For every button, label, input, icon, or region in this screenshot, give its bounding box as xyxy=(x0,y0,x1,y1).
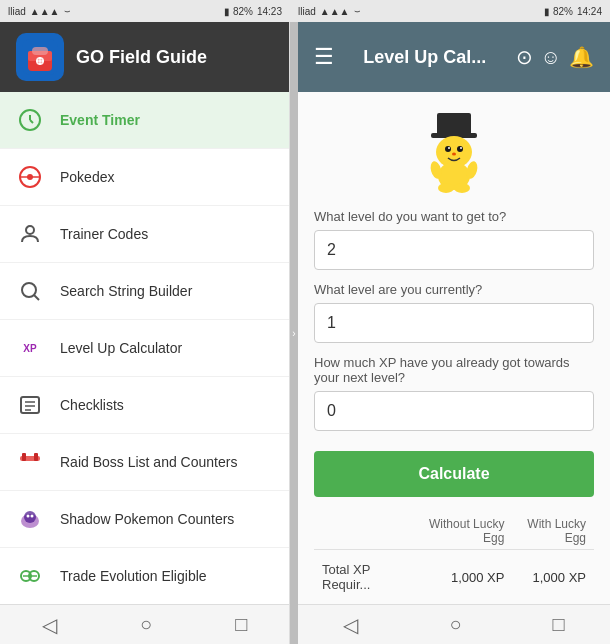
sidebar-header: GO Field Guide xyxy=(0,22,289,92)
sidebar-item-checklists[interactable]: Checklists xyxy=(0,377,289,434)
svg-point-14 xyxy=(22,283,36,297)
wifi-icon-left: ⌣ xyxy=(64,5,71,17)
xp-icon: XP xyxy=(16,334,44,362)
right-content: What level do you want to get to? What l… xyxy=(298,92,610,604)
target-level-input[interactable] xyxy=(314,230,594,270)
mascot-image xyxy=(419,108,489,193)
pokedex-icon xyxy=(16,163,44,191)
sidebar-label-raid-boss: Raid Boss List and Counters xyxy=(60,454,237,470)
current-level-input[interactable] xyxy=(314,303,594,343)
calculate-button[interactable]: Calculate xyxy=(314,451,594,497)
svg-point-45 xyxy=(452,153,456,156)
svg-point-41 xyxy=(445,146,451,152)
svg-point-44 xyxy=(460,147,462,149)
current-xp-label: How much XP have you already got towards… xyxy=(314,355,594,385)
home-button-left[interactable]: ○ xyxy=(140,613,152,636)
svg-point-24 xyxy=(24,511,36,523)
svg-point-25 xyxy=(27,515,30,518)
current-level-section: What level are you currently? xyxy=(314,282,594,343)
trade-icon xyxy=(16,562,44,590)
search-icon xyxy=(16,277,44,305)
raid-icon xyxy=(16,448,44,476)
app-logo xyxy=(16,33,64,81)
svg-line-9 xyxy=(30,120,33,123)
checklist-icon xyxy=(16,391,44,419)
target-level-label: What level do you want to get to? xyxy=(314,209,594,224)
sidebar-label-level-up-calculator: Level Up Calculator xyxy=(60,340,182,356)
sidebar-item-shadow-pokemon[interactable]: Shadow Pokemon Counters xyxy=(0,491,289,548)
sidebar-label-pokedex: Pokedex xyxy=(60,169,114,185)
target-level-section: What level do you want to get to? xyxy=(314,209,594,270)
pokeball-icon[interactable]: ⊙ xyxy=(516,45,533,69)
time-right: 14:24 xyxy=(577,6,602,17)
right-panel-title: Level Up Cal... xyxy=(346,47,504,68)
battery-icon-right: ▮ 82% xyxy=(544,6,573,17)
sidebar-items: Event Timer Pokedex Trainer Codes xyxy=(0,92,289,604)
wifi-icon-right: ⌣ xyxy=(354,5,361,17)
sidebar-item-raid-boss[interactable]: Raid Boss List and Counters xyxy=(0,434,289,491)
sidebar: GO Field Guide Event Timer Pokedex xyxy=(0,22,290,644)
bell-icon[interactable]: 🔔 xyxy=(569,45,594,69)
col-header-no-lucky-egg: Without Lucky Egg xyxy=(417,513,512,550)
header-icons: ⊙ ☺ 🔔 xyxy=(516,45,594,69)
clock-icon xyxy=(16,106,44,134)
sidebar-label-search-string-builder: Search String Builder xyxy=(60,283,192,299)
svg-point-42 xyxy=(457,146,463,152)
sidebar-label-trainer-codes: Trainer Codes xyxy=(60,226,148,242)
sidebar-item-trainer-codes[interactable]: Trainer Codes xyxy=(0,206,289,263)
sidebar-item-trade-evolution[interactable]: Trade Evolution Eligible xyxy=(0,548,289,604)
sidebar-collapse-handle[interactable]: › xyxy=(290,22,298,644)
trainer-icon xyxy=(16,220,44,248)
battery-icon-left: ▮ 82% xyxy=(224,6,253,17)
table-row: Total XP Requir... 1,000 XP 1,000 XP xyxy=(314,550,594,605)
sidebar-label-trade-evolution: Trade Evolution Eligible xyxy=(60,568,207,584)
shadow-icon xyxy=(16,505,44,533)
sidebar-label-event-timer: Event Timer xyxy=(60,112,140,128)
col-header-lucky-egg: With Lucky Egg xyxy=(512,513,594,550)
sidebar-item-event-timer[interactable]: Event Timer xyxy=(0,92,289,149)
results-table: Without Lucky Egg With Lucky Egg Total X… xyxy=(314,513,594,604)
svg-rect-22 xyxy=(34,453,38,461)
svg-rect-38 xyxy=(437,113,471,135)
svg-point-43 xyxy=(448,147,450,149)
smiley-icon[interactable]: ☺ xyxy=(541,46,561,69)
row-val2-total-xp: 1,000 XP xyxy=(512,550,594,605)
current-xp-input[interactable] xyxy=(314,391,594,431)
right-panel: ☰ Level Up Cal... ⊙ ☺ 🔔 xyxy=(298,22,610,644)
svg-point-13 xyxy=(26,226,34,234)
carrier-text-left: lliad xyxy=(8,6,26,17)
sidebar-item-search-string-builder[interactable]: Search String Builder xyxy=(0,263,289,320)
recent-button-left[interactable]: □ xyxy=(235,613,247,636)
row-val1-total-xp: 1,000 XP xyxy=(417,550,512,605)
svg-rect-21 xyxy=(22,453,26,461)
svg-rect-2 xyxy=(32,47,48,55)
recent-button-right[interactable]: □ xyxy=(552,613,564,636)
back-button-left[interactable]: ◁ xyxy=(42,613,57,637)
sidebar-label-shadow-pokemon: Shadow Pokemon Counters xyxy=(60,511,234,527)
back-button-right[interactable]: ◁ xyxy=(343,613,358,637)
current-level-label: What level are you currently? xyxy=(314,282,594,297)
home-button-right[interactable]: ○ xyxy=(449,613,461,636)
app-title: GO Field Guide xyxy=(76,47,207,68)
svg-line-15 xyxy=(34,295,39,300)
carrier-text-right: lliad xyxy=(298,6,316,17)
sidebar-item-level-up-calculator[interactable]: XP Level Up Calculator xyxy=(0,320,289,377)
sidebar-item-pokedex[interactable]: Pokedex xyxy=(0,149,289,206)
svg-point-47 xyxy=(438,183,454,193)
signal-icon-right: ▲▲▲ xyxy=(320,6,350,17)
mascot-area xyxy=(314,108,594,193)
row-label-total-xp: Total XP Requir... xyxy=(314,550,417,605)
bottom-nav-left: ◁ ○ □ xyxy=(0,604,289,644)
right-header: ☰ Level Up Cal... ⊙ ☺ 🔔 xyxy=(298,22,610,92)
hamburger-menu-icon[interactable]: ☰ xyxy=(314,44,334,70)
svg-point-26 xyxy=(31,515,34,518)
signal-icon-left: ▲▲▲ xyxy=(30,6,60,17)
bottom-nav-right: ◁ ○ □ xyxy=(298,604,610,644)
current-xp-section: How much XP have you already got towards… xyxy=(314,355,594,431)
svg-point-48 xyxy=(454,183,470,193)
time-left: 14:23 xyxy=(257,6,282,17)
sidebar-label-checklists: Checklists xyxy=(60,397,124,413)
